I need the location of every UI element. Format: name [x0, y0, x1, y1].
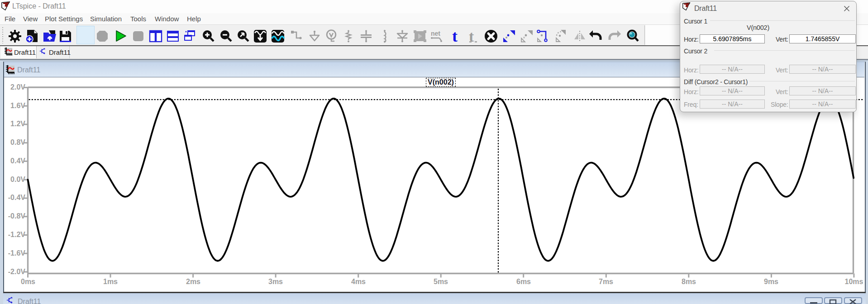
- svg-text:t: t: [469, 29, 474, 43]
- svg-text:net: net: [431, 30, 440, 37]
- svg-text:t: t: [452, 28, 458, 43]
